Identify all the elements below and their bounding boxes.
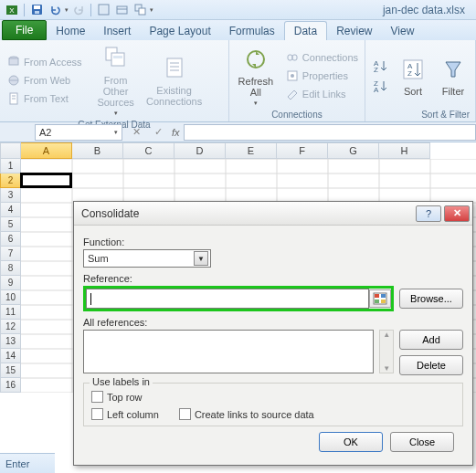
dialog-titlebar[interactable]: Consolidate ? ✕ [74,202,472,226]
status-mode: Enter [5,458,29,469]
selected-cell[interactable] [20,173,72,188]
excel-icon[interactable]: X [4,3,20,17]
edit-links-button[interactable]: Edit Links [282,85,361,103]
row-header[interactable]: 8 [0,261,21,276]
tab-file[interactable]: File [2,20,47,40]
from-access-button[interactable]: From Access [4,53,85,71]
row-header[interactable]: 15 [0,363,21,378]
undo-icon[interactable] [47,3,63,17]
from-text-button[interactable]: From Text [4,89,85,108]
ribbon-tabs: File Home Insert Page Layout Formulas Da… [0,20,476,40]
col-header[interactable]: E [226,142,277,159]
col-header[interactable]: C [123,142,175,159]
undo-dropdown[interactable]: ▾ [65,6,69,14]
row-header[interactable]: 11 [0,305,21,320]
name-box-value: A2 [39,127,51,138]
row-header[interactable]: 12 [0,320,21,334]
col-header[interactable]: G [328,142,379,159]
database-icon [6,55,21,69]
row-header[interactable]: 16 [0,378,21,393]
all-references-label: All references: [83,317,463,328]
row-header[interactable]: 4 [0,203,21,217]
left-column-checkbox[interactable]: Left column [91,408,159,420]
qat-extra1-icon[interactable] [95,3,111,17]
col-header[interactable]: H [379,142,430,159]
tab-home[interactable]: Home [47,22,94,40]
tab-page-layout[interactable]: Page Layout [140,22,219,40]
accept-entry-button[interactable]: ✓ [150,125,166,140]
svg-rect-34 [404,60,422,79]
filter-button[interactable]: Filter [435,42,471,109]
connections-button[interactable]: Connections [282,48,361,67]
svg-text:A: A [374,86,379,93]
row-header[interactable]: 3 [0,188,21,203]
chevron-down-icon[interactable]: ▼ [194,251,208,266]
existing-connections-button[interactable]: Existing Connections [147,42,202,119]
sort-button[interactable]: AZSort [395,42,431,109]
tab-insert[interactable]: Insert [94,22,140,40]
name-box-dropdown[interactable]: ▾ [114,129,118,136]
top-row-checkbox[interactable]: Top row [91,391,159,403]
window-title: jan-dec data.xlsx [383,4,472,16]
svg-rect-6 [100,6,107,13]
redo-icon[interactable] [70,3,87,17]
funnel-icon [439,55,468,84]
column-headers: A B C D E F G H [21,142,430,159]
row-header[interactable]: 2 [0,173,21,188]
svg-text:Z: Z [407,69,412,78]
refresh-icon [241,45,270,74]
from-other-sources-button[interactable]: From Other Sources▾ [89,42,143,119]
row-header[interactable]: 6 [0,232,21,247]
name-box[interactable]: A2 ▾ [35,124,122,141]
sources-icon [101,44,131,73]
function-combobox[interactable]: Sum ▼ [83,249,211,268]
tab-view[interactable]: View [382,22,424,40]
refresh-all-button[interactable]: Refresh All▾ [233,42,279,109]
ok-button[interactable]: OK [319,432,383,452]
svg-rect-27 [292,55,297,60]
delete-button[interactable]: Delete [399,355,463,375]
col-header[interactable]: F [277,142,328,159]
sort-asc-button[interactable]: AZ [372,57,388,75]
svg-rect-65 [375,300,379,303]
ribbon-group-connections: Refresh All▾ Connections Properties Edit… [229,40,365,121]
select-all-corner[interactable] [0,142,21,159]
tab-data[interactable]: Data [284,21,327,40]
row-header[interactable]: 9 [0,276,21,290]
range-selector-button[interactable] [369,289,391,308]
tab-review[interactable]: Review [327,22,381,40]
text-file-icon [6,91,21,106]
reference-control-highlight [83,286,394,311]
properties-button[interactable]: Properties [282,67,361,85]
row-header[interactable]: 1 [0,159,21,173]
fx-icon[interactable]: fx [172,127,180,138]
reference-input[interactable] [86,289,369,309]
qat-extra3-icon[interactable] [132,3,148,17]
sort-desc-button[interactable]: ZA [372,77,388,95]
svg-rect-3 [34,5,40,9]
from-web-button[interactable]: From Web [4,71,85,89]
col-header[interactable]: D [175,142,226,159]
formula-bar[interactable] [184,124,476,141]
qat-customize-dropdown[interactable]: ▾ [150,6,153,14]
all-references-listbox[interactable] [83,330,374,373]
col-header[interactable]: B [72,142,123,159]
row-header[interactable]: 13 [0,334,21,349]
row-header[interactable]: 5 [0,217,21,232]
tab-formulas[interactable]: Formulas [220,22,284,40]
dialog-help-button[interactable]: ? [416,205,441,222]
add-button[interactable]: Add [399,330,463,350]
create-links-checkbox[interactable]: Create links to source data [179,408,314,420]
row-header[interactable]: 10 [0,290,21,305]
listbox-scrollbar[interactable]: ▲▼ [379,330,394,373]
browse-button[interactable]: Browse... [399,289,463,309]
reference-label: Reference: [83,273,463,284]
save-icon[interactable] [28,3,45,17]
close-button[interactable]: Close [390,432,454,452]
col-header[interactable]: A [21,142,72,159]
cancel-entry-button[interactable]: ✕ [128,125,144,140]
qat-extra2-icon[interactable] [113,3,130,17]
row-header[interactable]: 7 [0,247,21,261]
dialog-close-button[interactable]: ✕ [444,205,470,222]
row-header[interactable]: 14 [0,349,21,363]
